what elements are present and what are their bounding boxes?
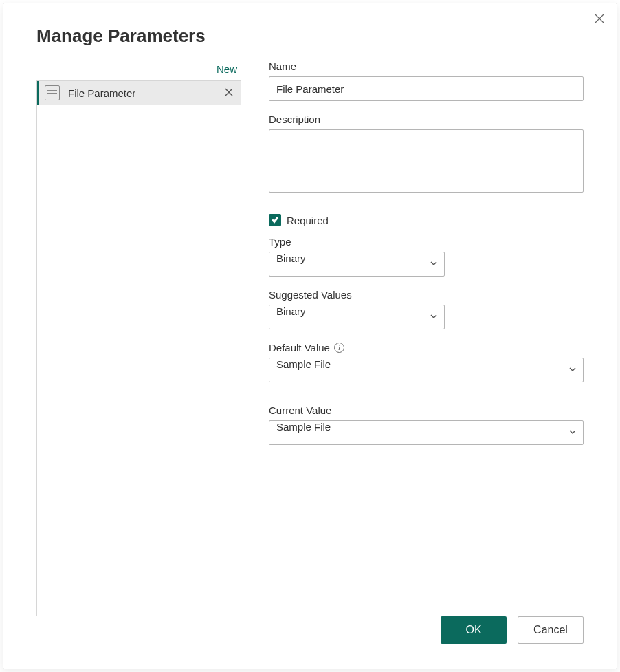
description-input[interactable] — [269, 129, 584, 193]
parameter-icon — [45, 85, 60, 100]
close-button[interactable] — [592, 12, 607, 27]
default-value-label: Default Value i — [269, 342, 584, 354]
dialog-title: Manage Parameters — [3, 3, 617, 61]
default-value-select[interactable]: Sample File — [269, 358, 584, 382]
parameter-form: Name Description Required Type Binary — [269, 61, 584, 616]
check-icon — [271, 215, 279, 226]
remove-parameter-button[interactable] — [223, 87, 235, 99]
required-checkbox[interactable] — [269, 214, 281, 226]
current-value-select[interactable]: Sample File — [269, 420, 584, 445]
required-label: Required — [287, 215, 329, 226]
current-value-label: Current Value — [269, 404, 584, 416]
cancel-button[interactable]: Cancel — [518, 616, 584, 644]
suggested-values-label: Suggested Values — [269, 289, 584, 301]
x-icon — [225, 87, 233, 98]
default-value-label-text: Default Value — [269, 342, 330, 354]
parameter-item[interactable]: File Parameter — [37, 81, 241, 105]
close-icon — [594, 13, 605, 26]
manage-parameters-dialog: Manage Parameters New File Parameter — [3, 3, 617, 669]
type-label: Type — [269, 236, 584, 248]
description-label: Description — [269, 113, 584, 125]
name-input[interactable] — [269, 76, 584, 101]
parameter-item-label: File Parameter — [68, 87, 223, 99]
suggested-values-select[interactable]: Binary — [269, 305, 445, 329]
parameter-list-pane: New File Parameter — [36, 61, 241, 616]
new-parameter-link[interactable]: New — [36, 61, 241, 80]
type-select[interactable]: Binary — [269, 252, 445, 277]
name-label: Name — [269, 61, 584, 72]
ok-button[interactable]: OK — [441, 616, 507, 644]
parameter-list: File Parameter — [36, 80, 241, 616]
dialog-footer: OK Cancel — [3, 616, 617, 669]
info-icon[interactable]: i — [334, 343, 344, 353]
